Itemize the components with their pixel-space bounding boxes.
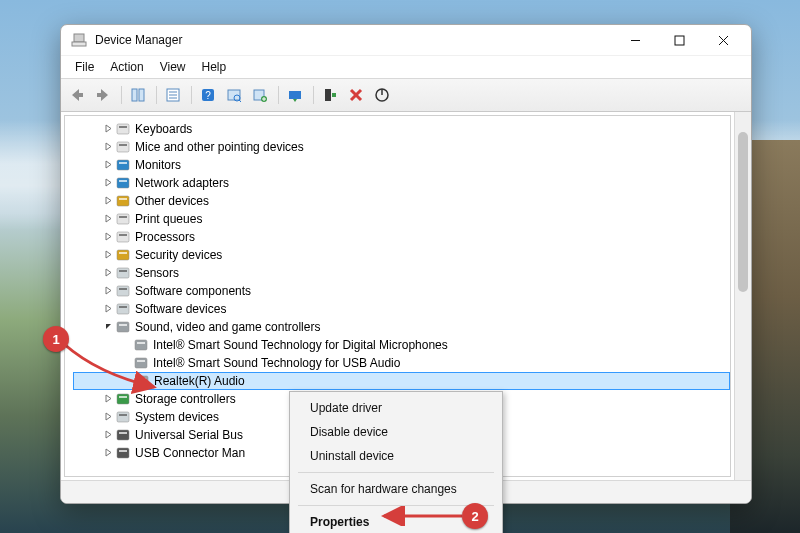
svg-rect-42	[117, 268, 129, 278]
expand-icon[interactable]	[101, 141, 115, 153]
svg-rect-45	[119, 288, 127, 290]
device-category-icon	[115, 175, 131, 191]
add-legacy-button[interactable]	[248, 84, 272, 106]
tree-item-label: Software devices	[135, 302, 226, 316]
expand-icon[interactable]	[101, 177, 115, 189]
expand-icon[interactable]	[101, 195, 115, 207]
tree-item-label: Security devices	[135, 248, 222, 262]
svg-rect-43	[119, 270, 127, 272]
expand-icon[interactable]	[101, 411, 115, 423]
tree-item[interactable]: Other devices	[73, 192, 730, 210]
svg-rect-3	[675, 36, 684, 45]
device-category-icon	[115, 427, 131, 443]
svg-rect-1	[72, 42, 86, 46]
tree-item-label: Storage controllers	[135, 392, 236, 406]
vertical-scrollbar[interactable]	[734, 112, 751, 480]
svg-rect-29	[119, 144, 127, 146]
context-menu-item[interactable]: Update driver	[292, 396, 500, 420]
tree-item-label: Network adapters	[135, 176, 229, 190]
tree-item[interactable]: Sensors	[73, 264, 730, 282]
properties-button[interactable]	[161, 84, 185, 106]
update-driver-button[interactable]	[283, 84, 307, 106]
tree-item[interactable]: Mice and other pointing devices	[73, 138, 730, 156]
device-category-icon	[134, 373, 150, 389]
svg-rect-53	[137, 360, 145, 362]
tree-item-label: Sound, video and game controllers	[135, 320, 320, 334]
svg-rect-61	[119, 432, 127, 434]
svg-rect-22	[325, 89, 331, 101]
app-icon	[71, 32, 87, 48]
tree-item[interactable]: Software devices	[73, 300, 730, 318]
tree-item-label: Universal Serial Bus	[135, 428, 243, 442]
tree-item[interactable]: Realtek(R) Audio	[73, 372, 730, 390]
svg-rect-37	[119, 216, 127, 218]
device-category-icon	[115, 139, 131, 155]
svg-rect-49	[119, 324, 127, 326]
device-category-icon	[115, 319, 131, 335]
expand-icon[interactable]	[101, 249, 115, 261]
collapse-icon[interactable]	[101, 321, 115, 333]
back-button[interactable]	[65, 84, 89, 106]
menu-action[interactable]: Action	[102, 58, 151, 76]
context-menu-item[interactable]: Disable device	[292, 420, 500, 444]
expand-icon[interactable]	[101, 213, 115, 225]
expand-icon[interactable]	[101, 393, 115, 405]
tree-item[interactable]: Intel® Smart Sound Technology for USB Au…	[73, 354, 730, 372]
tree-item-label: Keyboards	[135, 122, 192, 136]
expand-icon[interactable]	[101, 159, 115, 171]
expand-icon[interactable]	[101, 447, 115, 459]
expand-icon[interactable]	[101, 285, 115, 297]
scrollbar-thumb[interactable]	[738, 132, 748, 292]
svg-rect-39	[119, 234, 127, 236]
tree-item[interactable]: Keyboards	[73, 120, 730, 138]
toolbar-separator	[121, 86, 122, 104]
expand-icon[interactable]	[101, 429, 115, 441]
context-menu-item[interactable]: Uninstall device	[292, 444, 500, 468]
scan-hardware-button[interactable]	[222, 84, 246, 106]
tree-item[interactable]: Security devices	[73, 246, 730, 264]
maximize-button[interactable]	[657, 25, 701, 55]
tree-item-label: System devices	[135, 410, 219, 424]
svg-rect-34	[117, 196, 129, 206]
expand-icon[interactable]	[101, 231, 115, 243]
tree-item-label: USB Connector Man	[135, 446, 245, 460]
minimize-button[interactable]	[613, 25, 657, 55]
tree-item-label: Processors	[135, 230, 195, 244]
tree-item[interactable]: Network adapters	[73, 174, 730, 192]
forward-button[interactable]	[91, 84, 115, 106]
disable-device-button[interactable]	[370, 84, 394, 106]
tree-item[interactable]: Intel® Smart Sound Technology for Digita…	[73, 336, 730, 354]
menu-view[interactable]: View	[152, 58, 194, 76]
help-button[interactable]: ?	[196, 84, 220, 106]
enable-device-button[interactable]	[318, 84, 342, 106]
tree-item[interactable]: Software components	[73, 282, 730, 300]
menu-help[interactable]: Help	[194, 58, 235, 76]
titlebar[interactable]: Device Manager	[61, 25, 751, 55]
expand-icon[interactable]	[101, 267, 115, 279]
device-category-icon	[115, 211, 131, 227]
uninstall-device-button[interactable]	[344, 84, 368, 106]
device-category-icon	[133, 355, 149, 371]
close-button[interactable]	[701, 25, 745, 55]
menu-file[interactable]: File	[67, 58, 102, 76]
tree-item[interactable]: Print queues	[73, 210, 730, 228]
svg-rect-41	[119, 252, 127, 254]
tree-item[interactable]: Processors	[73, 228, 730, 246]
svg-rect-28	[117, 142, 129, 152]
toolbar-separator	[191, 86, 192, 104]
tree-item-label: Sensors	[135, 266, 179, 280]
show-hidden-button[interactable]	[126, 84, 150, 106]
expand-icon[interactable]	[101, 303, 115, 315]
svg-rect-59	[119, 414, 127, 416]
tree-item[interactable]: Sound, video and game controllers	[73, 318, 730, 336]
device-category-icon	[115, 391, 131, 407]
tree-item[interactable]: Monitors	[73, 156, 730, 174]
svg-rect-38	[117, 232, 129, 242]
svg-rect-7	[139, 89, 144, 101]
svg-rect-33	[119, 180, 127, 182]
context-menu-item[interactable]: Scan for hardware changes	[292, 477, 500, 501]
expand-icon[interactable]	[101, 123, 115, 135]
svg-rect-62	[117, 448, 129, 458]
device-category-icon	[115, 157, 131, 173]
svg-rect-48	[117, 322, 129, 332]
